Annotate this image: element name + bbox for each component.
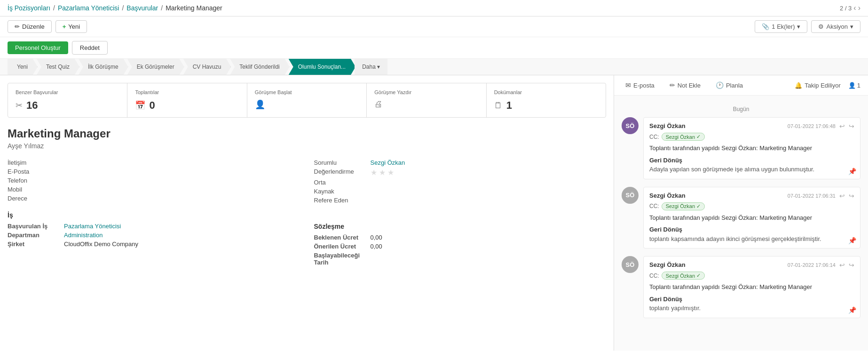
field-baslayabilecegi-tarih: Başlayabileceği Tarih xyxy=(314,252,607,266)
star-1[interactable]: ★ xyxy=(371,168,377,177)
new-button[interactable]: + Yeni xyxy=(55,20,87,33)
chevron-down-icon: ▾ xyxy=(797,23,800,30)
breadcrumb-item-1[interactable]: İş Pozisyonları xyxy=(8,4,50,12)
pencil-icon: ✏ xyxy=(670,81,675,89)
document-icon: 🗒 xyxy=(494,101,503,111)
message-pin-1[interactable]: 📌 xyxy=(848,168,856,175)
gear-icon: ⚙ xyxy=(818,23,824,30)
prev-page-button[interactable]: ‹ xyxy=(853,4,856,12)
breadcrumb: İş Pozisyonları / Pazarlama Yöneticisi /… xyxy=(8,4,222,12)
feedback-label-3: Geri Dönüş xyxy=(649,296,682,303)
field-iletisim: İletişim xyxy=(8,159,300,166)
secondary-toolbar: Personel Oluştur Reddet xyxy=(0,37,868,59)
feedback-label-2: Geri Dönüş xyxy=(649,226,682,233)
avatar-2: SÖ xyxy=(622,187,639,204)
edit-button[interactable]: ✏ Düzenle xyxy=(8,20,52,33)
stage-tab-more[interactable]: Daha ▾ xyxy=(355,59,387,75)
follower-count[interactable]: 👤 1 xyxy=(848,82,860,89)
stage-tab-olumlu-sonuclandi[interactable]: Olumlu Sonuçlan... xyxy=(289,59,355,75)
message-author-1: Sezgi Özkan xyxy=(649,122,686,129)
message-reply-3[interactable]: ↩ xyxy=(839,261,845,269)
chevron-down-icon-2: ▾ xyxy=(850,23,853,30)
left-panel: Benzer Başvurular ✂ 16 Toplantılar 📅 0 G… xyxy=(0,75,614,351)
field-sorumlu: Sorumlu Sezgi Özkan xyxy=(314,159,607,166)
message-header-2: Sezgi Özkan 07-01-2022 17:06:31 ↩ ↪ xyxy=(649,192,854,200)
star-3[interactable]: ★ xyxy=(387,168,394,177)
stat-dokumanlar[interactable]: Dokümanlar 🗒 1 xyxy=(487,83,606,117)
stat-gorusme-yazdir[interactable]: Görüşme Yazdır 🖨 xyxy=(367,83,486,117)
rating-stars[interactable]: ★ ★ ★ xyxy=(371,168,394,177)
field-eposta: E-Posta xyxy=(8,168,300,175)
reject-button[interactable]: Reddet xyxy=(72,41,108,55)
message-forward-2[interactable]: ↪ xyxy=(849,192,854,200)
calendar-icon: 📅 xyxy=(135,100,145,111)
right-panel-header: ✉ E-posta ✏ Not Ekle 🕐 Planla 🔔 Takip Ed… xyxy=(614,75,868,96)
cc-check-icon-1: ✓ xyxy=(696,134,701,140)
stage-tab-test-quiz[interactable]: Test Quiz xyxy=(37,59,79,75)
message-cc-1: CC: Sezgi Özkan ✓ xyxy=(649,133,854,141)
field-onerilen-ucret: Önerilen Ücret 0,00 xyxy=(314,243,607,250)
attachments-button[interactable]: 📎 1 Ek(ler) ▾ xyxy=(755,20,807,33)
job-grid: Başvurulan İş Pazarlama Yöneticisi Depar… xyxy=(8,223,606,268)
breadcrumb-item-2[interactable]: Pazarlama Yöneticisi xyxy=(58,4,119,12)
main-layout: Benzer Başvurular ✂ 16 Toplantılar 📅 0 G… xyxy=(0,75,868,351)
chevron-down-icon-more: ▾ xyxy=(377,64,380,70)
stat-label-benzer: Benzer Başvurular xyxy=(16,89,119,96)
stat-label-dokumanlar: Dokümanlar xyxy=(494,89,598,96)
cc-tag-1[interactable]: Sezgi Özkan ✓ xyxy=(662,133,705,141)
stat-toplantilar[interactable]: Toplantılar 📅 0 xyxy=(127,83,247,117)
message-reply-2[interactable]: ↩ xyxy=(839,192,845,200)
schedule-button[interactable]: 🕐 Planla xyxy=(712,79,747,91)
message-pin-3[interactable]: 📌 xyxy=(848,306,856,314)
message-2: SÖ Sezgi Özkan 07-01-2022 17:06:31 ↩ ↪ C… xyxy=(622,187,860,249)
field-telefon: Telefon xyxy=(8,177,300,184)
field-beklenen-ucret: Beklenen Ücret 0,00 xyxy=(314,234,607,241)
email-icon: ✉ xyxy=(625,81,631,89)
stage-tab-cv-havuzu[interactable]: CV Havuzu xyxy=(183,59,231,75)
cc-tag-2[interactable]: Sezgi Özkan ✓ xyxy=(662,202,705,210)
stage-tab-ilk-gorusme[interactable]: İlk Görüşme xyxy=(79,59,128,75)
create-employee-button[interactable]: Personel Oluştur xyxy=(8,41,68,54)
stage-tab-yeni[interactable]: Yeni xyxy=(8,59,38,75)
message-body-3: Toplantı tarafından yapıldı Sezgi Özkan:… xyxy=(649,282,854,313)
stat-benzer-basvurular[interactable]: Benzer Başvurular ✂ 16 xyxy=(8,83,127,117)
message-author-3: Sezgi Özkan xyxy=(649,261,686,268)
stat-label-gorusme-baslat: Görüşme Başlat xyxy=(255,89,359,96)
stage-tab-teklif-gonderildi[interactable]: Teklif Gönderildi xyxy=(230,59,289,75)
bell-icon: 🔔 xyxy=(795,82,802,89)
cc-tag-3[interactable]: Sezgi Özkan ✓ xyxy=(662,272,705,280)
field-mobil: Mobil xyxy=(8,186,300,193)
cc-check-icon-3: ✓ xyxy=(696,273,701,279)
right-panel: ✉ E-posta ✏ Not Ekle 🕐 Planla 🔔 Takip Ed… xyxy=(614,75,868,351)
candidate-name: Ayşe Yılmaz xyxy=(8,142,606,150)
print-icon: 🖨 xyxy=(374,99,383,109)
next-page-button[interactable]: › xyxy=(858,4,860,12)
clock-icon: 🕐 xyxy=(716,81,724,89)
plus-icon: + xyxy=(63,23,66,30)
date-divider: Bugün xyxy=(622,106,860,112)
message-time-1: 07-01-2022 17:06:48 xyxy=(788,123,836,129)
stat-label-gorusme-yazdir: Görüşme Yazdır xyxy=(374,89,478,96)
contract-section-title: Sözleşme xyxy=(314,223,607,230)
stage-tab-ek-gorusmeler[interactable]: Ek Görüşmeler xyxy=(127,59,184,75)
page-navigation: 2 / 3 ‹ › xyxy=(840,4,860,12)
message-cc-2: CC: Sezgi Özkan ✓ xyxy=(649,202,854,210)
follow-button[interactable]: 🔔 Takip Ediliyor xyxy=(795,82,841,89)
stat-gorusme-baslat[interactable]: Görüşme Başlat 👤 xyxy=(247,83,367,117)
message-forward-1[interactable]: ↪ xyxy=(849,122,854,130)
add-note-button[interactable]: ✏ Not Ekle xyxy=(666,79,704,91)
email-button[interactable]: ✉ E-posta xyxy=(622,79,658,91)
field-degerlendirme: Değerlendirme ★ ★ ★ xyxy=(314,168,607,177)
message-cc-3: CC: Sezgi Özkan ✓ xyxy=(649,272,854,280)
message-reply-1[interactable]: ↩ xyxy=(839,122,845,130)
message-forward-3[interactable]: ↪ xyxy=(849,261,854,269)
breadcrumb-item-3[interactable]: Başvurular xyxy=(126,4,158,12)
top-bar: İş Pozisyonları / Pazarlama Yöneticisi /… xyxy=(0,0,868,16)
field-basvurulan-is: Başvurulan İş Pazarlama Yöneticisi xyxy=(8,223,300,230)
star-2[interactable]: ★ xyxy=(379,168,386,177)
stat-value-toplanti: 0 xyxy=(149,99,155,112)
stat-label-toplanti: Toplantılar xyxy=(135,89,239,96)
action-button[interactable]: ⚙ Aksiyon ▾ xyxy=(811,20,860,33)
message-pin-2[interactable]: 📌 xyxy=(848,237,856,244)
feedback-label-1: Geri Dönüş xyxy=(649,157,682,164)
